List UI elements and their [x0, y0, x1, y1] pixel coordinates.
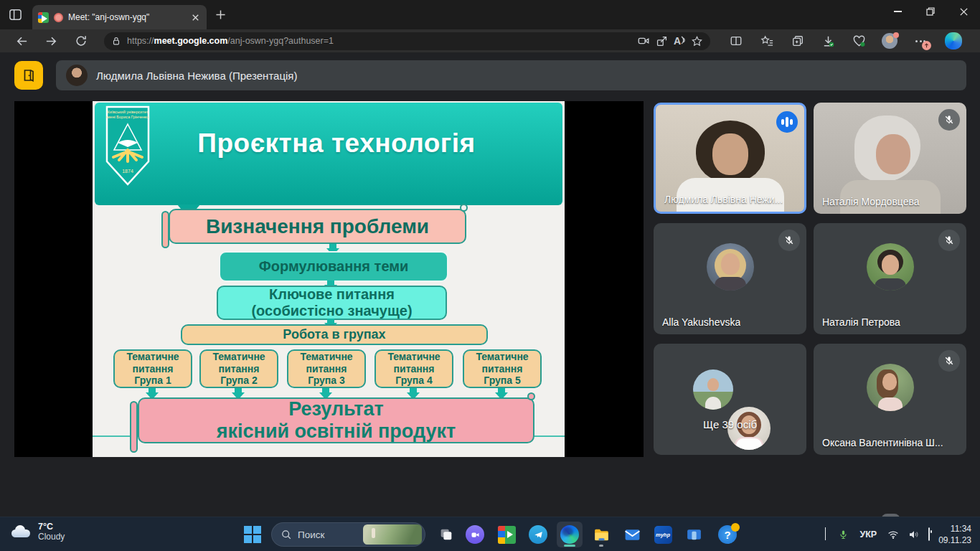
- tab-actions-icon[interactable]: [9, 8, 22, 22]
- meet-app: Людмила Львівна Нежива (Презентація) Киї…: [0, 52, 980, 517]
- participant-avatar: [867, 364, 914, 411]
- slide-title: Проєктна технологія: [179, 128, 494, 159]
- presenter-banner[interactable]: Людмила Львівна Нежива (Презентація): [56, 60, 966, 90]
- file-explorer-icon[interactable]: [588, 522, 614, 547]
- browser-tab[interactable]: Meet: "anj-oswn-ygq": [32, 5, 207, 29]
- hidden-icons-chevron[interactable]: [825, 528, 826, 541]
- forward-button[interactable]: [39, 29, 63, 52]
- lock-icon: [111, 36, 121, 46]
- phone-link-app-icon[interactable]: [681, 522, 707, 547]
- participant-tile[interactable]: Оксана Валентинівна Ш...: [814, 344, 966, 455]
- downloads-icon[interactable]: [816, 29, 840, 52]
- language-indicator[interactable]: УКР: [859, 529, 877, 540]
- cloud-icon: [10, 525, 32, 538]
- flow-group-box: Тематичне питанняГрупа 5: [463, 349, 542, 388]
- flow-key-question-box: Ключове питання(особистісно значуще): [217, 286, 447, 320]
- start-button[interactable]: [240, 522, 265, 547]
- browser-titlebar: Meet: "anj-oswn-ygq": [0, 0, 980, 29]
- presenter-name: Людмила Львівна Нежива (Презентація): [96, 70, 297, 82]
- search-box[interactable]: Поиск: [271, 522, 425, 547]
- collections-icon[interactable]: [786, 29, 810, 52]
- recording-dot-icon: [54, 13, 63, 22]
- participant-avatar: [867, 243, 914, 291]
- windows-logo-icon: [244, 526, 261, 543]
- tray-clock[interactable]: 11:3409.11.23: [938, 523, 971, 546]
- door-button[interactable]: [14, 61, 43, 90]
- myhp-app-icon[interactable]: myhp: [650, 522, 676, 547]
- search-icon: [281, 529, 292, 540]
- window-restore-button[interactable]: [914, 0, 947, 23]
- microphone-in-use-icon[interactable]: [837, 529, 849, 541]
- slide: Київський університет імені Бориса Грінч…: [93, 101, 565, 457]
- favorites-icon[interactable]: [755, 29, 779, 52]
- flow-problem-box: Визначення проблеми: [169, 209, 466, 244]
- mic-off-icon: [938, 350, 960, 372]
- participant-avatar: [707, 243, 754, 291]
- search-highlight-image: [363, 524, 423, 545]
- participant-tile[interactable]: Alla Yakushevska: [654, 223, 806, 334]
- read-aloud-icon[interactable]: A: [674, 35, 685, 47]
- speaking-indicator-icon: [776, 111, 798, 133]
- mic-off-icon: [938, 109, 960, 131]
- refresh-button[interactable]: [69, 29, 93, 52]
- presenter-avatar: [66, 65, 88, 86]
- flow-groups-header-box: Робота в групах: [181, 324, 488, 345]
- task-view-button[interactable]: [433, 522, 459, 547]
- new-tab-button[interactable]: [215, 9, 226, 20]
- window-close-button[interactable]: [947, 0, 980, 23]
- flow-group-box: Тематичне питанняГрупа 3: [287, 349, 366, 388]
- telegram-app-icon[interactable]: [525, 522, 551, 547]
- search-placeholder: Поиск: [298, 529, 357, 540]
- university-emblem: Київський університет імені Бориса Грінч…: [105, 105, 150, 186]
- tab-close-icon[interactable]: [190, 12, 201, 23]
- camera-in-use-icon[interactable]: [637, 34, 650, 47]
- edge-taskbar-icon[interactable]: [557, 522, 583, 547]
- participant-tile[interactable]: Наталія Петрова: [814, 223, 966, 334]
- window-minimize-button[interactable]: [881, 0, 914, 23]
- help-app-icon[interactable]: ?: [715, 522, 740, 547]
- copilot-icon[interactable]: [941, 29, 966, 52]
- browser-toolbar: https://meet.google.com/anj-oswn-ygq?aut…: [0, 29, 980, 52]
- notification-badge: [731, 523, 740, 532]
- google-meet-app-icon[interactable]: [494, 522, 519, 547]
- open-in-app-icon[interactable]: [656, 35, 668, 47]
- weather-widget[interactable]: 7°CCloudy: [10, 522, 65, 542]
- more-participants-tile[interactable]: Ще 39 осіб: [654, 344, 806, 455]
- flow-group-box: Тематичне питанняГрупа 1: [113, 349, 192, 388]
- back-button[interactable]: [9, 29, 34, 52]
- browser-essentials-icon[interactable]: [847, 29, 871, 52]
- svg-text:Київський університет: Київський університет: [108, 110, 149, 114]
- mic-off-icon: [938, 230, 960, 251]
- volume-icon[interactable]: [908, 528, 920, 541]
- participant-tile[interactable]: Наталія Мордовцева: [814, 103, 966, 214]
- tab-title: Meet: "anj-oswn-ygq": [68, 12, 185, 22]
- more-people-label: Ще 39 осіб: [703, 418, 757, 430]
- battery-icon[interactable]: [928, 528, 931, 541]
- participant-avatar: [693, 369, 733, 410]
- settings-menu-icon[interactable]: [908, 29, 933, 52]
- flow-group-box: Тематичне питанняГрупа 4: [374, 349, 453, 388]
- mail-app-icon[interactable]: [619, 522, 645, 547]
- system-tray: УКР 11:3409.11.23: [825, 517, 980, 551]
- svg-text:імені Бориса Грінченка: імені Бориса Грінченка: [106, 115, 149, 119]
- split-screen-icon[interactable]: [724, 29, 748, 52]
- wifi-icon[interactable]: [887, 528, 900, 541]
- presentation-stage[interactable]: Київський університет імені Бориса Грінч…: [14, 101, 644, 457]
- video-chat-app-icon[interactable]: [462, 522, 488, 547]
- favorite-star-icon[interactable]: [691, 35, 703, 47]
- url-text: https://meet.google.com/anj-oswn-ygq?aut…: [127, 36, 631, 46]
- flow-group-box: Тематичне питанняГрупа 2: [199, 349, 278, 388]
- address-bar[interactable]: https://meet.google.com/anj-oswn-ygq?aut…: [104, 32, 710, 50]
- mic-off-icon: [778, 230, 800, 251]
- participant-tile[interactable]: Людмила Львівна Нежи...: [654, 103, 806, 214]
- profile-avatar[interactable]: [877, 29, 902, 52]
- edge-logo-icon: [560, 525, 579, 544]
- meet-favicon: [38, 12, 49, 23]
- svg-text:1874: 1874: [122, 169, 133, 174]
- windows-taskbar: 7°CCloudy Поиск myhp ? УК: [0, 517, 980, 551]
- flow-topic-box: Формулювання теми: [219, 251, 448, 282]
- flow-result-box: Результатякісний освітній продукт: [138, 397, 534, 443]
